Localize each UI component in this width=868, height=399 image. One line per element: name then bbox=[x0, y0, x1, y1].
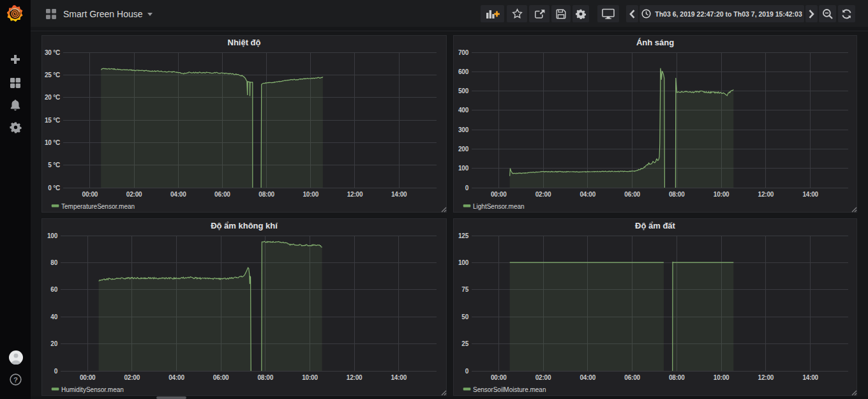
svg-text:200: 200 bbox=[458, 146, 469, 153]
svg-text:12:00: 12:00 bbox=[758, 191, 774, 198]
svg-text:00:00: 00:00 bbox=[491, 191, 507, 198]
svg-text:25 °C: 25 °C bbox=[45, 72, 60, 79]
svg-text:500: 500 bbox=[458, 87, 469, 94]
svg-text:5 °C: 5 °C bbox=[48, 162, 60, 169]
svg-text:14:00: 14:00 bbox=[802, 191, 818, 198]
svg-text:06:00: 06:00 bbox=[214, 191, 230, 198]
svg-text:600: 600 bbox=[458, 68, 469, 75]
svg-text:20: 20 bbox=[50, 340, 57, 347]
svg-text:SensorSoilMoisture.mean: SensorSoilMoisture.mean bbox=[473, 386, 546, 393]
svg-text:08:00: 08:00 bbox=[669, 191, 685, 198]
svg-text:12:00: 12:00 bbox=[347, 191, 363, 198]
svg-text:20 °C: 20 °C bbox=[45, 94, 60, 101]
svg-text:LightSensor.mean: LightSensor.mean bbox=[473, 203, 525, 210]
svg-text:0 °C: 0 °C bbox=[48, 184, 60, 192]
svg-text:02:00: 02:00 bbox=[535, 374, 551, 381]
svg-text:30 °C: 30 °C bbox=[45, 49, 60, 56]
svg-text:75: 75 bbox=[461, 286, 468, 293]
svg-text:04:00: 04:00 bbox=[170, 191, 186, 198]
svg-text:0: 0 bbox=[54, 368, 58, 375]
svg-text:00:00: 00:00 bbox=[82, 191, 98, 198]
svg-text:02:00: 02:00 bbox=[124, 374, 140, 381]
svg-text:40: 40 bbox=[50, 313, 57, 320]
svg-text:60: 60 bbox=[50, 286, 57, 293]
svg-text:80: 80 bbox=[50, 259, 57, 266]
svg-text:10:00: 10:00 bbox=[714, 191, 730, 198]
svg-text:12:00: 12:00 bbox=[758, 374, 774, 381]
svg-text:100: 100 bbox=[458, 165, 469, 172]
svg-text:00:00: 00:00 bbox=[80, 374, 96, 381]
svg-text:06:00: 06:00 bbox=[624, 191, 640, 198]
svg-text:00:00: 00:00 bbox=[491, 374, 507, 381]
svg-text:14:00: 14:00 bbox=[391, 191, 407, 198]
svg-text:10 °C: 10 °C bbox=[45, 139, 60, 146]
svg-text:300: 300 bbox=[458, 126, 469, 133]
svg-text:TemperatureSensor.mean: TemperatureSensor.mean bbox=[61, 203, 135, 210]
svg-text:02:00: 02:00 bbox=[126, 191, 142, 198]
svg-text:08:00: 08:00 bbox=[258, 191, 274, 198]
svg-text:15 °C: 15 °C bbox=[45, 117, 60, 124]
svg-text:04:00: 04:00 bbox=[580, 191, 596, 198]
svg-text:04:00: 04:00 bbox=[580, 374, 596, 381]
svg-text:400: 400 bbox=[458, 107, 469, 114]
svg-text:08:00: 08:00 bbox=[669, 374, 685, 381]
svg-text:125: 125 bbox=[458, 232, 469, 239]
svg-text:08:00: 08:00 bbox=[258, 374, 274, 381]
svg-text:06:00: 06:00 bbox=[624, 374, 640, 381]
svg-text:?: ? bbox=[13, 376, 18, 384]
svg-text:10:00: 10:00 bbox=[302, 374, 318, 381]
svg-text:0: 0 bbox=[465, 184, 469, 192]
svg-text:100: 100 bbox=[458, 259, 469, 266]
svg-text:06:00: 06:00 bbox=[213, 374, 229, 381]
svg-text:10:00: 10:00 bbox=[303, 191, 319, 198]
svg-text:100: 100 bbox=[47, 232, 58, 239]
svg-text:50: 50 bbox=[461, 313, 468, 320]
svg-text:HumiditySensor.mean: HumiditySensor.mean bbox=[61, 386, 124, 393]
svg-text:0: 0 bbox=[465, 368, 469, 375]
svg-text:04:00: 04:00 bbox=[168, 374, 184, 381]
svg-text:12:00: 12:00 bbox=[347, 374, 363, 381]
svg-text:700: 700 bbox=[458, 49, 469, 56]
svg-text:25: 25 bbox=[461, 340, 468, 347]
svg-text:14:00: 14:00 bbox=[391, 374, 407, 381]
svg-text:02:00: 02:00 bbox=[535, 191, 551, 198]
svg-text:14:00: 14:00 bbox=[802, 374, 818, 381]
svg-text:10:00: 10:00 bbox=[714, 374, 730, 381]
